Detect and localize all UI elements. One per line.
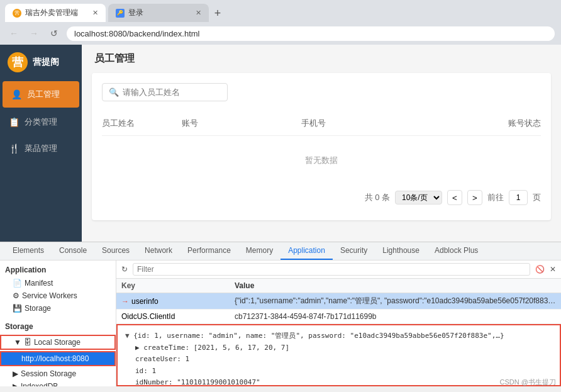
search-bar[interactable]: 🔍 — [102, 83, 228, 101]
dt-refresh-icon[interactable]: ↻ — [121, 265, 128, 274]
content-panel: 🔍 员工姓名 账号 手机号 账号状态 暂无数据 共 0 条 10条/页 20条/… — [92, 73, 551, 220]
pagination-per-page[interactable]: 10条/页 20条/页 50条/页 — [395, 191, 442, 204]
json-id: id: 1 — [135, 367, 156, 375]
dt-value-userinfo: {"id":1,"username":"admin","name":"管理员",… — [235, 296, 556, 306]
dt-item-storage[interactable]: 💾 Storage — [0, 302, 116, 315]
dt-item-local-storage-label: Local Storage — [34, 338, 81, 347]
devtools-sidebar: Application 📄 Manifest ⚙ Service Workers… — [0, 260, 116, 386]
dt-separator-1 — [0, 315, 116, 320]
nav-refresh-button[interactable]: ↺ — [47, 26, 62, 41]
dt-item-indexeddb-label: IndexedDB — [21, 382, 58, 386]
url-input[interactable] — [67, 26, 555, 41]
tab-active[interactable]: 营 瑞吉外卖管理端 ✕ — [5, 4, 106, 22]
dt-item-local-storage[interactable]: ▼ 🗄 Local Storage — [0, 335, 116, 350]
tab-close-2[interactable]: ✕ — [196, 9, 201, 17]
dt-tab-memory[interactable]: Memory — [238, 242, 280, 260]
dt-item-local-storage-host[interactable]: http://localhost:8080 — [0, 351, 116, 366]
indexeddb-icon: ▶ — [13, 382, 18, 386]
dt-tab-application[interactable]: Application — [280, 242, 333, 260]
json-line-1-text: {id: 1, username: "admin", name: "管理员", … — [133, 332, 504, 340]
pagination-page-suffix: 页 — [533, 192, 541, 203]
json-create-time: ▶ createTime: [2021, 5, 6, 17, 20, 7] — [135, 344, 289, 352]
employee-icon: 👤 — [11, 89, 22, 99]
address-bar: ← → ↺ — [0, 22, 561, 45]
dt-close-icon[interactable]: ✕ — [550, 265, 556, 274]
json-line-4: id: 1 — [125, 366, 552, 378]
sidebar-item-goods[interactable]: 🍴 菜品管理 — [0, 135, 82, 162]
sidebar-item-employee[interactable]: 👤 员工管理 — [3, 81, 79, 108]
dt-filter-input[interactable] — [133, 263, 530, 276]
logo-text: 营提阁 — [33, 57, 59, 68]
json-line-2: ▶ createTime: [2021, 5, 6, 17, 20, 7] — [125, 342, 552, 354]
sidebar-item-category[interactable]: 📋 分类管理 — [0, 109, 82, 135]
tab-inactive[interactable]: 🔑 登录 ✕ — [108, 4, 209, 22]
dt-tab-adblock[interactable]: Adblock Plus — [427, 242, 486, 260]
dt-section-application: Application — [0, 263, 116, 277]
pagination-total: 共 0 条 — [365, 192, 390, 203]
dt-key-clientid: OidcUS.ClientId — [121, 312, 235, 321]
devtools-main-panel: ↻ 🚫 ✕ Key Value → userinfo — [116, 260, 561, 386]
page-content: 营 营提阁 👤 员工管理 📋 分类管理 🍴 菜品管理 员工管理 🔍 员工姓名 — [0, 45, 561, 242]
dt-item-service-workers[interactable]: ⚙ Service Workers — [0, 289, 116, 302]
dt-tab-network[interactable]: Network — [137, 242, 180, 260]
dt-col-value-header: Value — [235, 281, 556, 290]
dt-item-manifest-label: Manifest — [25, 279, 53, 288]
nav-forward-button[interactable]: → — [26, 26, 42, 41]
local-storage-expand-icon: ▼ — [14, 338, 21, 347]
dt-tab-lighthouse[interactable]: Lighthouse — [375, 242, 427, 260]
dt-table-row-userinfo[interactable]: → userinfo {"id":1,"username":"admin","n… — [116, 293, 561, 310]
dt-table-row-clientid[interactable]: OidcUS.ClientId cb712371-3844-4594-874f-… — [116, 310, 561, 324]
dt-clear-icon[interactable]: 🚫 — [535, 265, 545, 274]
sidebar-item-label-employee: 员工管理 — [27, 89, 60, 100]
dt-item-sw-label: Service Workers — [22, 291, 77, 300]
dt-json-panel: ▼ {id: 1, username: "admin", name: "管理员"… — [116, 324, 561, 386]
dt-section-storage: Storage — [0, 320, 116, 333]
dt-col-key-header: Key — [121, 281, 235, 290]
search-input[interactable] — [123, 87, 221, 97]
dt-item-storage-label: Storage — [25, 304, 51, 313]
pagination-goto-label: 前往 — [487, 192, 504, 203]
sidebar: 营 营提阁 👤 员工管理 📋 分类管理 🍴 菜品管理 — [0, 45, 82, 242]
local-storage-db-icon: 🗄 — [24, 338, 31, 347]
no-data-message: 暂无数据 — [102, 136, 541, 185]
dt-tab-performance[interactable]: Performance — [180, 242, 238, 260]
dt-key-userinfo: → userinfo — [121, 296, 235, 306]
new-tab-button[interactable]: + — [209, 4, 226, 22]
json-create-user: createUser: 1 — [135, 355, 189, 363]
tab-close-1[interactable]: ✕ — [92, 9, 98, 17]
goods-icon: 🍴 — [9, 143, 19, 154]
arrow-indicator: → — [121, 297, 129, 306]
dt-item-session-storage[interactable]: ▶ Session Storage — [0, 367, 116, 380]
tab-title-1: 瑞吉外卖管理端 — [25, 8, 78, 18]
tab-favicon-1: 营 — [13, 9, 21, 18]
dt-tab-console[interactable]: Console — [52, 242, 94, 260]
json-collapse-icon[interactable]: ▼ — [125, 332, 133, 340]
tab-favicon-2: 🔑 — [116, 9, 125, 18]
dt-tab-sources[interactable]: Sources — [94, 242, 137, 260]
dt-toolbar: ↻ 🚫 ✕ — [116, 260, 561, 279]
sidebar-item-label-category: 分类管理 — [25, 116, 57, 128]
devtools-body: Application 📄 Manifest ⚙ Service Workers… — [0, 260, 561, 386]
watermark: CSDN @书生提刀 — [500, 378, 556, 387]
dt-value-clientid: cb712371-3844-4594-874f-7b171d11699b — [235, 312, 556, 321]
dt-item-manifest[interactable]: 📄 Manifest — [0, 277, 116, 289]
logo-area: 营 营提阁 — [0, 45, 82, 80]
main-area: 员工管理 🔍 员工姓名 账号 手机号 账号状态 暂无数据 共 0 条 10条/页 — [82, 45, 561, 242]
nav-back-button[interactable]: ← — [6, 26, 21, 41]
tab-title-2: 登录 — [128, 8, 143, 18]
pagination-page-input[interactable] — [509, 190, 528, 205]
session-expand-icon: ▶ — [13, 369, 18, 378]
sidebar-item-label-goods: 菜品管理 — [25, 143, 57, 154]
page-header: 员工管理 — [82, 45, 561, 73]
devtools: Elements Console Sources Network Perform… — [0, 242, 561, 386]
tab-bar: 营 瑞吉外卖管理端 ✕ 🔑 登录 ✕ + — [0, 0, 561, 22]
dt-tab-elements[interactable]: Elements — [5, 242, 52, 260]
pagination-prev-button[interactable]: < — [447, 190, 462, 205]
pagination-next-button[interactable]: > — [467, 190, 482, 205]
col-header-account: 账号 — [182, 118, 301, 129]
col-header-status: 账号状态 — [461, 118, 541, 129]
dt-item-indexeddb[interactable]: ▶ IndexedDB — [0, 380, 116, 386]
category-icon: 📋 — [9, 117, 19, 127]
col-header-phone: 手机号 — [301, 118, 461, 129]
dt-tab-security[interactable]: Security — [333, 242, 375, 260]
